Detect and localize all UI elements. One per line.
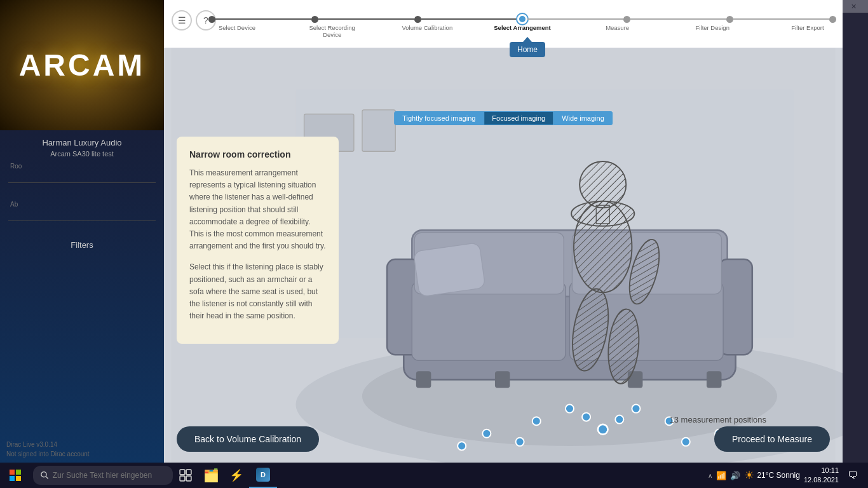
svg-rect-45 (10, 470, 15, 475)
main-content: ☰ ? Select Devic (164, 0, 843, 463)
svg-rect-12 (413, 243, 485, 297)
file-explorer-icon[interactable]: 🗂️ (198, 463, 224, 488)
menu-button[interactable]: ☰ (172, 10, 192, 30)
info-card-title: Narrow room correction (189, 149, 326, 159)
dirac-app-icon[interactable]: D (249, 463, 277, 488)
sidebar-divider (8, 182, 156, 183)
line-3 (421, 18, 517, 20)
svg-rect-47 (10, 476, 15, 481)
step-5-label: Measure (589, 24, 646, 38)
svg-rect-54 (186, 476, 191, 481)
filters-label: Filters (71, 240, 93, 250)
steps-labels: Select Device Select Recording Device Vo… (208, 24, 836, 38)
step-3-dot[interactable] (414, 16, 421, 23)
search-icon (41, 471, 49, 480)
svg-point-28 (571, 201, 634, 226)
svg-rect-52 (186, 470, 191, 475)
svg-point-34 (566, 405, 574, 413)
proceed-button[interactable]: Proceed to Measure (714, 426, 830, 452)
weather-text: 21°C Sonnig (757, 471, 800, 480)
product-name: Arcam SA30 lite test (50, 150, 114, 158)
sidebar: ARCAM Harman Luxury Audio Arcam SA30 lit… (0, 0, 164, 464)
start-button[interactable] (0, 463, 31, 488)
back-button[interactable]: Back to Volume Calibration (177, 426, 319, 452)
svg-rect-7 (719, 259, 752, 355)
taskbar-search[interactable] (33, 466, 173, 485)
speaker-icon: 🔊 (730, 471, 740, 480)
svg-point-35 (632, 405, 640, 413)
weather-widget: ☀ 21°C Sonnig (744, 468, 800, 482)
line-4 (527, 18, 623, 20)
content-area: Tightly focused imaging Focused imaging … (164, 48, 843, 463)
svg-rect-48 (16, 476, 21, 481)
notification-button[interactable]: 🗨 (843, 465, 863, 485)
network-icon: 📶 (716, 471, 726, 480)
step-3-label: Volume Calibration (398, 24, 456, 38)
step-5-dot[interactable] (623, 16, 630, 23)
line-1 (215, 18, 311, 20)
dirac-version: Dirac Live v3.0.14 Not signed into Dirac… (6, 440, 90, 459)
svg-rect-46 (16, 470, 21, 475)
info-card-text-2: Select this if the listening place is st… (189, 261, 326, 322)
tab-tightly-focused[interactable]: Tightly focused imaging (394, 111, 484, 125)
info-card: Narrow room correction This measurement … (177, 137, 339, 344)
svg-rect-14 (707, 371, 722, 388)
app-icon-2[interactable]: ⚡ (224, 463, 249, 488)
step-6-label: Filter Design (684, 24, 741, 38)
svg-rect-13 (416, 371, 431, 388)
step-2-dot[interactable] (311, 16, 318, 23)
step-7-label: Filter Export (779, 24, 836, 38)
line-6 (733, 18, 829, 20)
line-5 (630, 18, 726, 20)
svg-line-50 (46, 477, 48, 479)
ab-label: Ab (0, 201, 18, 208)
tooltip-box: Home (510, 42, 545, 57)
step-1-label: Select Device (208, 24, 266, 38)
tray-chevron[interactable]: ∧ (708, 472, 712, 479)
taskbar-right: ∧ 📶 🔊 ☀ 21°C Sonnig 10:11 12.08.2021 🗨 (708, 465, 868, 485)
tooltip-arrow (523, 37, 532, 42)
clock: 10:11 12.08.2021 (804, 466, 839, 485)
taskbar: 🗂️ ⚡ D ∧ 📶 🔊 ☀ 21°C Sonnig 10:11 12.08.2… (0, 463, 868, 488)
task-view-icon (179, 469, 192, 482)
svg-rect-51 (180, 470, 185, 475)
right-panel-strip (843, 0, 868, 463)
wizard-bar: ☰ ? Select Devic (164, 0, 843, 48)
step-1-dot[interactable] (208, 16, 215, 23)
arrangement-tabs: Tightly focused imaging Focused imaging … (394, 111, 613, 125)
tab-focused[interactable]: Focused imaging (484, 111, 553, 125)
room-label: Roo (0, 163, 22, 170)
step-6-dot[interactable] (726, 16, 733, 23)
step-4-dot[interactable] (517, 14, 527, 24)
sidebar-divider-2 (8, 220, 156, 221)
step-4-label: Select Arrangement (494, 24, 551, 38)
svg-rect-53 (180, 476, 185, 481)
step-2-label: Select Recording Device (304, 24, 361, 38)
svg-rect-44 (362, 110, 395, 151)
step-tooltip: Home (510, 37, 545, 57)
sun-icon: ☀ (744, 468, 754, 482)
sys-tray: ∧ 📶 🔊 (708, 471, 740, 480)
line-2 (318, 18, 414, 20)
search-input[interactable] (53, 471, 165, 480)
step-7-dot[interactable] (829, 16, 836, 23)
bottom-bar: Back to Volume Calibration Proceed to Me… (164, 415, 843, 463)
task-view-button[interactable] (173, 463, 198, 488)
steps-row (208, 14, 836, 24)
logo-area: ARCAM (0, 0, 164, 130)
info-card-text-1: This measurement arrangement represents … (189, 167, 326, 252)
svg-rect-15 (495, 371, 510, 388)
svg-point-49 (41, 472, 46, 477)
brand-logo: ARCAM (19, 48, 146, 83)
company-name: Harman Luxury Audio (42, 138, 121, 147)
tab-wide[interactable]: Wide imaging (553, 111, 613, 125)
